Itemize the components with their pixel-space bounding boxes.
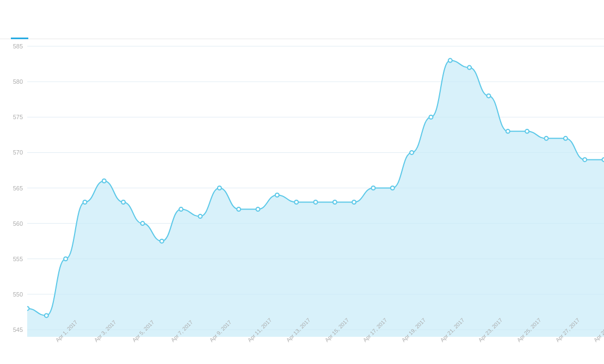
svg-point-32 xyxy=(467,66,471,70)
y-axis-label: 545 xyxy=(13,326,23,332)
svg-point-37 xyxy=(564,137,568,140)
svg-point-15 xyxy=(141,221,145,225)
y-axis-label: 560 xyxy=(13,220,23,226)
svg-point-23 xyxy=(294,200,298,204)
svg-point-38 xyxy=(583,158,587,162)
tab-followers[interactable] xyxy=(11,27,28,39)
main-container: 585580575570565560555550545 Apr 1, 2017A… xyxy=(0,0,604,364)
svg-point-36 xyxy=(545,137,548,140)
svg-point-39 xyxy=(602,158,605,162)
svg-point-16 xyxy=(160,239,164,243)
svg-point-27 xyxy=(372,186,375,190)
svg-point-12 xyxy=(83,200,87,204)
svg-point-13 xyxy=(102,179,106,183)
y-axis-label: 550 xyxy=(13,291,23,297)
tab-bar xyxy=(0,0,604,39)
followers-chart xyxy=(27,39,604,337)
svg-point-20 xyxy=(237,207,241,211)
svg-point-29 xyxy=(410,151,414,155)
svg-point-19 xyxy=(218,186,221,190)
svg-point-11 xyxy=(64,257,67,261)
svg-point-18 xyxy=(199,214,202,218)
svg-point-10 xyxy=(45,313,48,317)
y-axis-label: 570 xyxy=(13,150,23,156)
svg-point-35 xyxy=(525,129,529,133)
x-axis: Apr 1, 2017Apr 3, 2017Apr 5, 2017Apr 7, … xyxy=(27,337,604,364)
svg-point-30 xyxy=(429,115,433,119)
svg-point-9 xyxy=(27,306,29,310)
y-axis-label: 555 xyxy=(13,256,23,262)
tab-linkin-bio[interactable] xyxy=(33,27,50,39)
svg-point-25 xyxy=(333,200,337,204)
y-axis-label: 580 xyxy=(13,79,23,85)
y-axis: 585580575570565560555550545 xyxy=(0,39,27,337)
svg-point-34 xyxy=(506,129,510,133)
svg-point-31 xyxy=(448,59,452,63)
svg-point-22 xyxy=(275,193,279,197)
svg-point-26 xyxy=(352,200,356,204)
svg-point-21 xyxy=(256,207,260,211)
svg-point-33 xyxy=(487,94,491,98)
svg-point-28 xyxy=(391,186,395,190)
y-axis-label: 585 xyxy=(13,44,23,50)
svg-point-14 xyxy=(121,200,125,204)
y-axis-label: 575 xyxy=(13,114,23,120)
chart-area: 585580575570565560555550545 Apr 1, 2017A… xyxy=(0,39,604,364)
y-axis-label: 565 xyxy=(13,185,23,191)
svg-point-24 xyxy=(314,200,318,204)
svg-point-17 xyxy=(179,207,183,211)
